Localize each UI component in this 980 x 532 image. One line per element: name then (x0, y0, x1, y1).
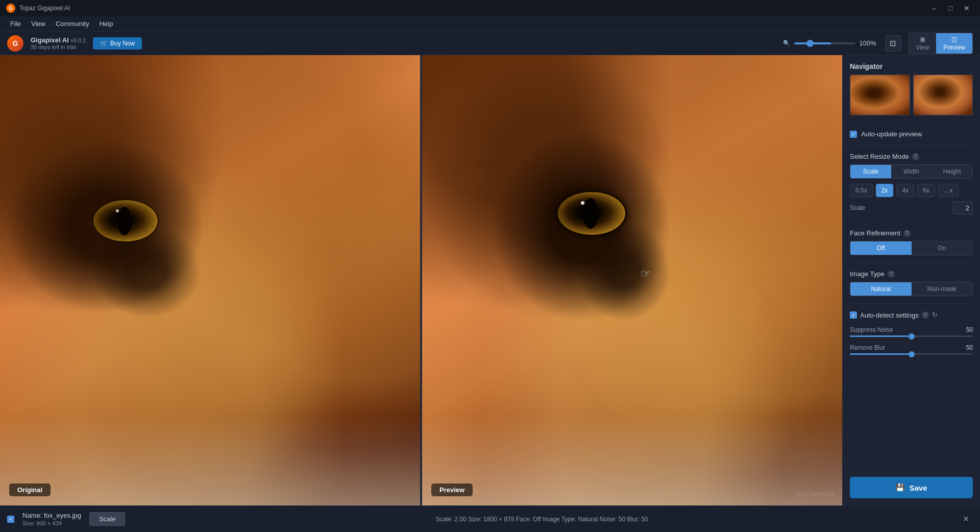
menu-file[interactable]: File (5, 18, 26, 30)
face-refinement-section: Face Refinement ? Off On (850, 229, 973, 255)
face-refinement-off-btn[interactable]: Off (850, 241, 912, 255)
zoom-percentage: 100% (860, 39, 878, 47)
image-type-label: Image Type (850, 270, 885, 278)
face-refinement-on-btn[interactable]: On (912, 241, 973, 255)
resize-mode-header: Select Resize Mode ? (850, 153, 973, 160)
menu-community[interactable]: Community (51, 18, 94, 30)
zoom-fit-icon: ⊡ (890, 39, 896, 48)
navigator-title: Navigator (850, 62, 973, 70)
nav-thumb-preview[interactable] (913, 75, 973, 115)
maximize-button[interactable]: □ (943, 3, 958, 14)
close-button[interactable]: ✕ (960, 3, 974, 14)
auto-detect-row: ✓ Auto-detect settings ? ↻ (850, 311, 973, 319)
statusbar-close-button[interactable]: ✕ (959, 512, 973, 526)
divider-1 (850, 123, 973, 123)
zoom-out-icon: 🔍 (783, 40, 790, 46)
zoom-control: 🔍 100% (783, 39, 878, 47)
statusbar-checkmark: ✓ (9, 516, 13, 522)
buy-label: Buy Now (110, 40, 135, 47)
scale-value-row: Scale 2 (850, 201, 973, 214)
auto-update-row: ✓ Auto-update preview (850, 130, 973, 138)
app-name: Gigapixel AI v5.0.1 (31, 36, 86, 44)
preview-button[interactable]: ◫ Preview (936, 33, 972, 54)
fur-bottom-preview (422, 416, 842, 505)
auto-detect-checkbox[interactable]: ✓ (850, 311, 857, 319)
auto-detect-label: Auto-detect settings (860, 311, 919, 319)
resize-scale-btn[interactable]: Scale (850, 165, 891, 178)
resize-mode-help-icon[interactable]: ? (912, 153, 919, 160)
statusbar: ✓ Name: fox_eyes.jpg Size: 900 × 439 Sca… (0, 505, 980, 532)
divider-5 (850, 303, 973, 304)
auto-detect-section: ✓ Auto-detect settings ? ↻ (850, 311, 973, 319)
scale-options: 0.5x 2x 4x 6x …x (850, 184, 973, 197)
titlebar: G Topaz Gigapixel AI – □ ✕ (0, 0, 980, 16)
panel-divider[interactable] (420, 55, 422, 505)
file-size: Size: 900 × 439 (22, 520, 81, 526)
menu-view[interactable]: View (26, 18, 51, 30)
statusbar-checkbox[interactable]: ✓ (7, 516, 14, 523)
save-button[interactable]: 💾 Save (850, 477, 973, 498)
app-name-group: Gigapixel AI v5.0.1 30 days left in tria… (31, 36, 86, 50)
minimize-button[interactable]: – (927, 3, 941, 14)
image-type-manmade-btn[interactable]: Man-made (912, 282, 973, 296)
remove-blur-section: Remove Blur 50 (850, 344, 973, 355)
scale-label: Scale (850, 204, 865, 211)
image-type-section: Image Type ? Natural Man-made (850, 270, 973, 296)
preview-panel: ☞ Preview SOFTPEDIA (422, 55, 842, 505)
canvas-area[interactable]: Original ☞ Preview SOFTPEDIA (0, 55, 842, 505)
logo-letter: G (13, 39, 18, 47)
suppress-noise-section: Suppress Noise 50 (850, 326, 973, 337)
right-sidebar: Navigator ✓ Auto-update preview Select R… (842, 55, 980, 505)
resize-mode-toggle: Scale Width Height (850, 164, 973, 179)
suppress-noise-label: Suppress Noise (850, 326, 893, 333)
image-type-natural-btn[interactable]: Natural (850, 282, 912, 296)
fur-bottom (0, 416, 420, 505)
remove-blur-label: Remove Blur (850, 344, 885, 351)
scale-6x-btn[interactable]: 6x (917, 184, 935, 197)
suppress-noise-value: 50 (966, 326, 973, 333)
buy-now-button[interactable]: 🛒 Buy Now (93, 37, 142, 50)
buy-icon: 🛒 (100, 40, 108, 47)
resize-height-btn[interactable]: Height (932, 165, 972, 178)
file-name: Name: fox_eyes.jpg (22, 512, 81, 519)
app-icon: G (6, 4, 15, 13)
scale-value[interactable]: 2 (952, 201, 973, 214)
scale-custom-btn[interactable]: …x (938, 184, 959, 197)
preview-eye-area (556, 190, 641, 246)
image-type-header: Image Type ? (850, 270, 973, 278)
menubar: File View Community Help (0, 16, 980, 32)
scale-0.5x-btn[interactable]: 0.5x (850, 184, 873, 197)
auto-detect-help-icon[interactable]: ? (922, 311, 929, 319)
remove-blur-value: 50 (966, 344, 973, 351)
scale-2x-btn[interactable]: 2x (876, 184, 894, 197)
divider-3 (850, 222, 973, 222)
zoom-slider[interactable] (794, 42, 855, 44)
face-refinement-help-icon[interactable]: ? (903, 230, 911, 237)
original-image (0, 55, 420, 505)
main-content: Original ☞ Preview SOFTPEDIA (0, 55, 980, 505)
toolbar: G Gigapixel AI v5.0.1 30 days left in tr… (0, 32, 980, 55)
nav-thumb-original[interactable] (850, 75, 910, 115)
face-refinement-label: Face Refinement (850, 229, 900, 237)
suppress-noise-slider[interactable] (850, 335, 973, 337)
remove-blur-header: Remove Blur 50 (850, 344, 973, 351)
zoom-fit-button[interactable]: ⊡ (885, 35, 901, 52)
original-label: Original (9, 483, 51, 496)
view-button[interactable]: ▣ View (909, 33, 937, 54)
auto-update-checkbox[interactable]: ✓ (850, 131, 857, 138)
refresh-icon[interactable]: ↻ (932, 311, 940, 319)
remove-blur-slider[interactable] (850, 353, 973, 355)
scale-4x-btn[interactable]: 4x (896, 184, 914, 197)
status-meta: Scale: 2.00 Size: 1800 × 878 Face: Off I… (133, 516, 950, 523)
app-logo: G (7, 35, 23, 52)
divider-2 (850, 145, 973, 146)
preview-label: Preview (431, 483, 473, 496)
auto-update-label: Auto-update preview (861, 130, 922, 138)
image-type-help-icon[interactable]: ? (888, 271, 895, 278)
image-type-toggle: Natural Man-made (850, 282, 973, 296)
resize-width-btn[interactable]: Width (891, 165, 932, 178)
statusbar-scale-button[interactable]: Scale (89, 512, 126, 526)
suppress-noise-header: Suppress Noise 50 (850, 326, 973, 333)
navigator-thumbnails (850, 75, 973, 115)
menu-help[interactable]: Help (94, 18, 118, 30)
